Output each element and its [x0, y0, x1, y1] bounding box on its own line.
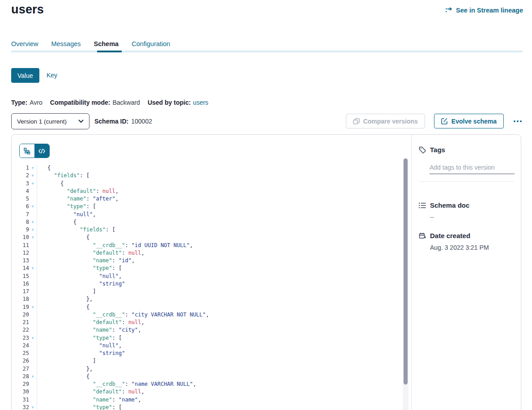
- tree-view-button[interactable]: [20, 144, 34, 158]
- code-line: 6▾ "type": [: [12, 203, 400, 210]
- schema-id-value: 100002: [131, 118, 152, 125]
- line-number: 12: [12, 249, 29, 257]
- date-created-section: Date created Aug. 3 2022 3:21 PM: [419, 232, 514, 251]
- line-number: 29: [12, 380, 29, 388]
- fold-arrow-icon[interactable]: ▾: [29, 404, 36, 410]
- fold-arrow-icon[interactable]: ▾: [29, 203, 36, 210]
- tag-icon: [419, 146, 426, 154]
- code-line: 26 ]: [12, 357, 400, 365]
- code-text: "default": null,: [37, 249, 145, 257]
- code-line: 25 "string": [12, 350, 400, 357]
- schema-id-label: Schema ID:: [94, 118, 128, 125]
- compare-versions-label: Compare versions: [363, 118, 418, 125]
- code-line: 21 "default": null,: [12, 319, 400, 326]
- line-number: 15: [12, 273, 29, 280]
- fold-arrow-icon[interactable]: ▾: [29, 226, 36, 234]
- schema-panel: 1▾{2▾ "fields": [3▾ {4 "default": null,5…: [11, 134, 521, 410]
- line-number: 32: [12, 404, 29, 410]
- code-text: "fields": [: [37, 226, 115, 234]
- line-number: 25: [12, 350, 29, 357]
- code-line: 23▾ "type": [: [12, 334, 400, 342]
- fold-arrow-icon[interactable]: ▾: [29, 303, 36, 311]
- tab-active-indicator: [97, 51, 122, 52]
- fold-arrow-placeholder: [29, 388, 36, 396]
- schema-sidebar: Tags Schema doc --: [411, 135, 521, 410]
- code-line: 12 "default": null,: [12, 249, 400, 257]
- schema-code-editor[interactable]: 1▾{2▾ "fields": [3▾ {4 "default": null,5…: [12, 164, 400, 410]
- used-by-topic-label: Used by topic:: [148, 99, 191, 106]
- fold-arrow-placeholder: [29, 357, 36, 365]
- code-line: 15 "null",: [12, 273, 400, 280]
- code-text: "default": null,: [37, 188, 119, 195]
- tab-overview[interactable]: Overview: [11, 40, 38, 47]
- see-in-stream-lineage-link[interactable]: See in Stream lineage: [445, 7, 523, 14]
- code-view-icon: [38, 149, 45, 154]
- line-number: 17: [12, 288, 29, 295]
- line-number: 28: [12, 373, 29, 380]
- line-number: 1: [12, 164, 29, 172]
- code-line: 3▾ {: [12, 180, 400, 188]
- line-number: 11: [12, 242, 29, 249]
- fold-arrow-placeholder: [29, 326, 36, 334]
- more-options-button[interactable]: [513, 119, 523, 124]
- line-number: 13: [12, 257, 29, 265]
- schema-view-toggle: [19, 144, 50, 158]
- code-text: "null",: [37, 211, 96, 218]
- value-toggle-button[interactable]: Value: [11, 68, 39, 83]
- fold-arrow-placeholder: [29, 295, 36, 303]
- line-number: 18: [12, 295, 29, 303]
- compare-versions-button[interactable]: Compare versions: [346, 114, 425, 128]
- code-text: "null",: [37, 342, 122, 350]
- fold-arrow-placeholder: [29, 365, 36, 373]
- evolve-schema-label: Evolve schema: [451, 118, 497, 125]
- code-line: 10▾ {: [12, 234, 400, 241]
- code-line: 5 "name": "after",: [12, 195, 400, 203]
- compatibility-value: Backward: [112, 99, 140, 106]
- line-number: 16: [12, 280, 29, 288]
- line-number: 10: [12, 234, 29, 241]
- code-text: {: [37, 303, 89, 311]
- line-number: 14: [12, 265, 29, 272]
- fold-arrow-icon[interactable]: ▾: [29, 218, 36, 226]
- line-number: 5: [12, 195, 29, 203]
- code-text: },: [37, 365, 93, 373]
- fold-arrow-placeholder: [29, 288, 36, 295]
- code-view-button[interactable]: [34, 144, 49, 158]
- key-toggle-button[interactable]: Key: [47, 72, 57, 79]
- code-line: 28▾ {: [12, 373, 400, 380]
- line-number: 4: [12, 188, 29, 195]
- code-line: 32▾ "type": [: [12, 404, 400, 410]
- fold-arrow-icon[interactable]: ▾: [29, 265, 36, 272]
- tab-schema[interactable]: Schema: [94, 40, 119, 47]
- compare-versions-icon: [353, 118, 360, 124]
- code-text: {: [37, 234, 89, 241]
- used-by-topic-link[interactable]: users: [193, 99, 208, 106]
- fold-arrow-icon[interactable]: ▾: [29, 164, 36, 172]
- editor-scrollbar-thumb[interactable]: [404, 158, 408, 384]
- line-number: 30: [12, 388, 29, 396]
- code-text: {: [37, 218, 77, 226]
- code-line: 19▾ {: [12, 303, 400, 311]
- evolve-schema-button[interactable]: Evolve schema: [434, 114, 504, 128]
- tab-messages[interactable]: Messages: [51, 40, 81, 47]
- tags-title: Tags: [430, 146, 445, 154]
- add-tags-input[interactable]: [430, 163, 515, 174]
- code-text: {: [37, 180, 64, 188]
- schema-code-pane: 1▾{2▾ "fields": [3▾ {4 "default": null,5…: [12, 135, 411, 410]
- fold-arrow-icon[interactable]: ▾: [29, 172, 36, 179]
- tab-configuration[interactable]: Configuration: [132, 40, 170, 47]
- fold-arrow-icon[interactable]: ▾: [29, 334, 36, 342]
- code-text: "null",: [37, 273, 122, 280]
- fold-arrow-icon[interactable]: ▾: [29, 373, 36, 380]
- fold-arrow-icon[interactable]: ▾: [29, 180, 36, 188]
- tree-view-icon: [24, 148, 30, 154]
- line-number: 26: [12, 357, 29, 365]
- code-text: "string": [37, 350, 125, 357]
- fold-arrow-placeholder: [29, 396, 36, 404]
- fold-arrow-icon[interactable]: ▾: [29, 234, 36, 241]
- code-text: "name": "after",: [37, 195, 119, 203]
- page-title: users: [11, 3, 44, 17]
- version-select[interactable]: Version 1 (current): [11, 113, 89, 129]
- code-line: 11 "__crdb__": "id UUID NOT NULL",: [12, 242, 400, 249]
- code-line: 2▾ "fields": [: [12, 172, 400, 179]
